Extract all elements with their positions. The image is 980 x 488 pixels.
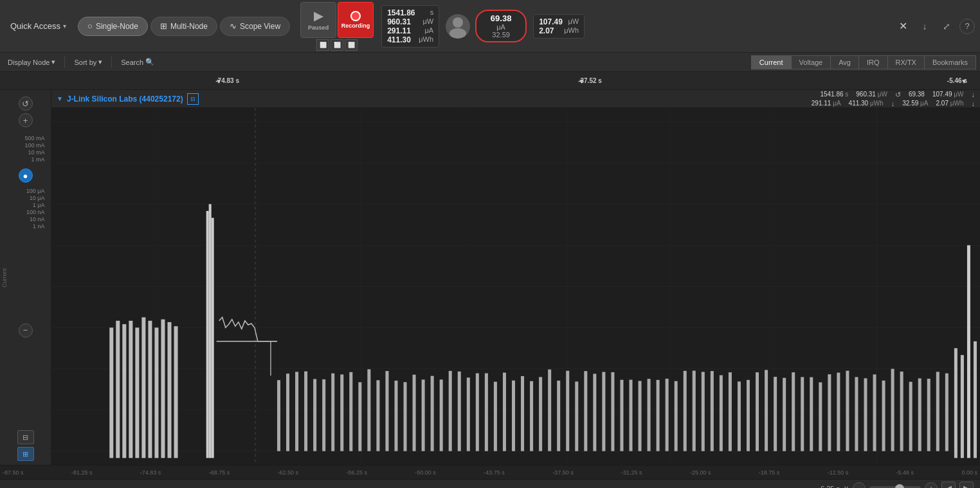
dl-icon-1[interactable]: ↺ (895, 91, 901, 99)
zoom-in-button[interactable]: + (925, 482, 938, 489)
dl-icon-4[interactable]: ↓ (972, 100, 975, 107)
svg-rect-70 (575, 381, 578, 451)
svg-rect-95 (801, 377, 804, 451)
quick-access-label: Quick Access (10, 21, 60, 31)
help-button[interactable]: ? (959, 19, 975, 34)
y-label-100ma: 100 mA (24, 142, 44, 149)
tab-voltage-label: Voltage (799, 59, 823, 66)
add-axis-icon[interactable]: + (19, 113, 33, 127)
search-icon: 🔍 (145, 58, 154, 66)
svg-rect-106 (900, 372, 903, 451)
transport-sub-icons: ⬜ ⬜ ⬜ (316, 39, 358, 51)
bottom-icons: ⊟ ⊞ (17, 430, 34, 461)
svg-rect-112 (967, 245, 970, 458)
extra-top-value: 107.49 (539, 17, 563, 26)
svg-rect-63 (512, 381, 515, 451)
top-bar: Quick Access ▾ ○ Single-Node ⊞ Multi-Nod… (0, 0, 980, 53)
dl-icon-3[interactable]: ↓ (891, 100, 895, 107)
svg-rect-74 (611, 372, 614, 451)
svg-rect-23 (122, 324, 126, 458)
ns-207: 2.07 (936, 100, 948, 107)
node-settings-icon[interactable]: ⊟ (187, 93, 199, 105)
undo-icon[interactable]: ↺ (19, 96, 33, 111)
svg-rect-24 (129, 321, 132, 458)
sort-by-button[interactable]: Sort by ▾ (70, 57, 106, 68)
ruler-triangle-mid: ▼ (578, 77, 585, 84)
tab-bookmarks[interactable]: Bookmarks (924, 55, 976, 69)
tab-buttons: Current Voltage Avg IRQ RX/TX Bookmarks (751, 55, 976, 69)
scope-view-button[interactable]: ∿ Scope View (220, 17, 290, 36)
svg-rect-96 (810, 377, 813, 451)
svg-rect-52 (413, 375, 416, 451)
zoom-level: 6.25 s (821, 485, 840, 489)
node-stats-right: 1541.86 s 960.31 μW ↺ 69.38 107.49 μW ↓ … (812, 91, 975, 107)
node-stats-top: 1541.86 s 960.31 μW ↺ 69.38 107.49 μW ↓ (820, 91, 975, 99)
ruler-content: -74.83 s ▼ -37.52 s ▼ -5.46 s ▼ (0, 72, 980, 89)
time-label-10: -25.00 s (690, 469, 711, 476)
search-label: Search (121, 59, 143, 66)
multi-node-button[interactable]: ⊞ Multi-Node (150, 17, 217, 36)
svg-rect-28 (154, 328, 158, 458)
zoom-out-button[interactable]: − (853, 482, 866, 489)
svg-rect-21 (109, 328, 113, 458)
extra-bot-value: 2.07 (539, 26, 554, 35)
svg-rect-57 (458, 372, 461, 451)
tab-irq[interactable]: IRQ (858, 55, 887, 69)
tab-rxtx[interactable]: RX/TX (887, 55, 924, 69)
zoom-slider[interactable] (869, 486, 921, 489)
display-node-chevron: ▾ (51, 58, 55, 66)
expand-icon[interactable]: ⤢ (938, 17, 956, 35)
time-label-9: -31.25 s (621, 469, 642, 476)
y-label-500ma: 500 mA (24, 135, 44, 142)
bottom-icon-1[interactable]: ⊟ (17, 430, 34, 444)
svg-rect-37 (277, 380, 280, 451)
svg-rect-111 (945, 374, 948, 451)
ns-107: 107.49 (932, 91, 952, 98)
time-label-5: -56.25 s (346, 469, 367, 476)
svg-rect-98 (828, 374, 831, 451)
time-label-11: -18.75 s (759, 469, 780, 476)
display-node-button[interactable]: Display Node ▾ (4, 57, 59, 68)
download-icon-top[interactable]: ↓ (916, 17, 934, 35)
sub-icon-3[interactable]: ⬜ (345, 39, 358, 51)
svg-rect-32 (206, 211, 209, 458)
transport-buttons: ▶ Paused Recording (300, 2, 374, 38)
search-button[interactable]: Search 🔍 (117, 57, 158, 68)
bottom-ruler: -87.50 s -81.25 s -74.83 s -68.75 s -62.… (0, 465, 980, 479)
chart-svg[interactable]: // We'll draw via JS below (51, 108, 980, 465)
node-header: ▼ J-Link Silicon Labs (440252172) ⊟ 1541… (51, 90, 980, 108)
pause-button[interactable]: ▶ Paused (300, 2, 336, 38)
svg-rect-76 (629, 380, 632, 451)
recording-label: Recording (341, 23, 370, 29)
svg-rect-80 (666, 379, 669, 451)
time-label-1: -81.25 s (71, 469, 93, 476)
tab-voltage[interactable]: Voltage (791, 55, 831, 69)
nav-back-button[interactable]: ◀ (941, 482, 956, 489)
svg-rect-60 (485, 373, 488, 451)
toolbar-divider-1 (64, 57, 65, 68)
axis-select-icon[interactable]: ● (19, 168, 33, 183)
svg-rect-94 (792, 372, 795, 451)
quick-access-button[interactable]: Quick Access ▾ (5, 19, 71, 33)
close-button[interactable]: ✕ (894, 17, 912, 35)
record-dot-icon (350, 11, 361, 21)
tab-avg[interactable]: Avg (830, 55, 858, 69)
svg-rect-88 (738, 381, 741, 451)
svg-rect-113 (954, 348, 957, 458)
recording-button[interactable]: Recording (338, 2, 374, 38)
tab-current[interactable]: Current (751, 55, 791, 69)
node-expand-icon[interactable]: ▼ (57, 95, 63, 102)
sub-icon-1[interactable]: ⬜ (316, 39, 329, 51)
ns-69: 69.38 (909, 91, 925, 98)
svg-rect-46 (358, 382, 361, 451)
dl-icon-2[interactable]: ↓ (972, 91, 975, 99)
sub-icon-2[interactable]: ⬜ (331, 39, 343, 51)
y-axis-labels: 500 mA 100 mA 10 mA 1 mA (6, 135, 45, 163)
svg-rect-87 (729, 372, 732, 451)
minus-axis-icon[interactable]: − (19, 323, 33, 338)
single-node-button[interactable]: ○ Single-Node (78, 17, 148, 36)
nav-forward-button[interactable]: ▶ (959, 482, 974, 489)
scope-view-icon: ∿ (230, 21, 237, 31)
bottom-icon-2[interactable]: ⊞ (17, 447, 34, 461)
zoom-slider-thumb[interactable] (895, 484, 904, 489)
